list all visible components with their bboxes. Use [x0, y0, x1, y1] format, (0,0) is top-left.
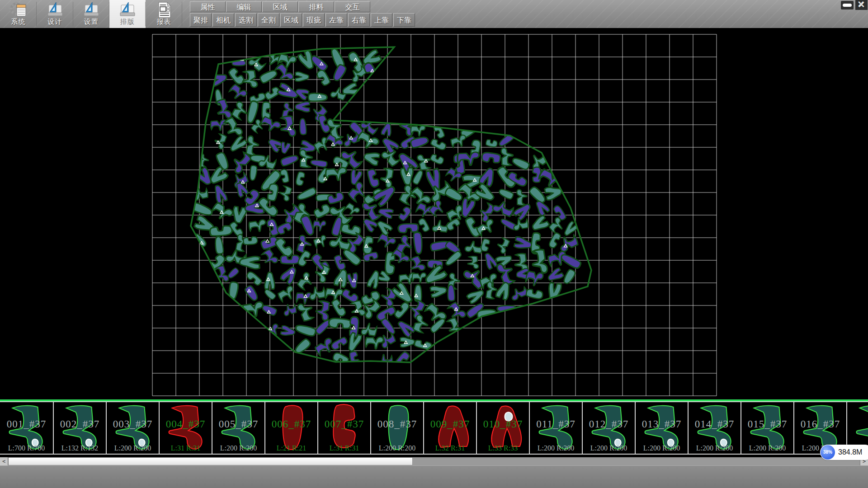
system-gear-icon [9, 1, 28, 19]
part-lr-count: L:33 R:33 [477, 444, 529, 452]
menu-tab-2[interactable]: 编辑 [226, 1, 262, 12]
part-thumbnail-005_#37[interactable]: 005_#37 L:200 R:200 [212, 402, 264, 454]
part-id-label: 015_#37 [741, 418, 793, 430]
action-button-5[interactable]: 区域 [280, 13, 302, 27]
part-thumbnail-004_#37[interactable]: 004_#37 L:31 R:31 [159, 402, 212, 454]
part-thumbnail-012_#37[interactable]: 012_#37 L:200 R:200 [582, 402, 635, 454]
part-id-label: 016_#37 [794, 418, 846, 430]
status-badge: 38% 384.8M [820, 445, 868, 460]
part-id-label: 003_#37 [107, 418, 159, 430]
part-id-label: 010_#37 [477, 418, 529, 430]
parts-thumbnail-strip: 001_#37 L:700 R:700 002_#37 L:132 R:132 … [0, 401, 868, 455]
part-id-label: 004_#37 [160, 418, 212, 430]
part-id-label: 013_#37 [636, 418, 688, 430]
nesting-layout-drawing [0, 28, 868, 399]
main-button-report[interactable]: 报表 [146, 0, 182, 28]
part-lr-count: L:700 R:700 [0, 444, 53, 452]
part-thumbnail-006_#37[interactable]: 006_#37 L:21 R:21 [264, 402, 317, 454]
part-id-label: 012_#37 [583, 418, 635, 430]
close-button[interactable]: ✕ [855, 0, 868, 10]
nesting-ruler-icon [118, 1, 137, 19]
action-button-6[interactable]: 瑕疵 [303, 13, 325, 27]
action-button-3[interactable]: 选割 [235, 13, 257, 27]
action-button-row: 聚排相机选割全割区域瑕疵左靠右靠上靠下靠 [190, 13, 416, 27]
toolbar: 系统 设计 设置 [0, 0, 868, 28]
application-window: 系统 设计 设置 [0, 0, 868, 488]
progress-circle: 38% [821, 445, 835, 460]
main-button-design[interactable]: 设计 [37, 0, 73, 28]
part-thumbnail-014_#37[interactable]: 014_#37 L:200 R:200 [688, 402, 741, 454]
design-ruler-icon [46, 1, 64, 19]
main-button-label: 排版 [109, 18, 146, 26]
menu-tab-3[interactable]: 区域 [262, 1, 298, 12]
main-button-label: 报表 [146, 18, 182, 26]
part-thumbnail-015_#37[interactable]: 015_#37 L:200 R:200 [741, 402, 793, 454]
memory-value: 384.8M [838, 445, 862, 460]
part-lr-count: L:200 R:200 [371, 444, 423, 452]
part-thumbnail-008_#37[interactable]: 008_#37 L:200 R:200 [370, 402, 423, 454]
part-id-label: 009_#37 [424, 418, 476, 430]
part-lr-count: L:31 R:31 [318, 444, 370, 452]
part-id-label: 006_#37 [265, 418, 317, 430]
main-button-label: 设计 [37, 18, 73, 26]
action-button-8[interactable]: 右靠 [348, 13, 370, 27]
menu-tab-row: 属性编辑区域排料交互 [190, 1, 371, 12]
part-id-label: 008_#37 [371, 418, 423, 430]
part-thumbnail-010_#37[interactable]: 010_#37 L:33 R:33 [476, 402, 529, 454]
main-button-system[interactable]: 系统 [0, 0, 37, 28]
part-id-label: 011_#37 [530, 418, 582, 430]
action-button-10[interactable]: 下靠 [393, 13, 415, 27]
settings-ruler-icon [82, 1, 100, 19]
menu-tab-5[interactable]: 交互 [335, 1, 370, 12]
divider [182, 2, 182, 26]
action-button-9[interactable]: 上靠 [371, 13, 392, 27]
main-button-label: 系统 [0, 18, 37, 26]
main-button-label: 设置 [73, 18, 109, 26]
report-icon [155, 1, 173, 19]
main-button-settings[interactable]: 设置 [73, 0, 109, 28]
part-thumbnail-007_#37[interactable]: 007_#37 L:31 R:31 [317, 402, 370, 454]
part-lr-count: L:21 R:21 [265, 444, 317, 452]
main-button-nesting[interactable]: 排版 [109, 0, 146, 28]
part-lr-count: L:200 R:200 [530, 444, 582, 452]
part-lr-count: L:200 R:200 [741, 444, 793, 452]
minimize-icon [843, 4, 852, 7]
scrollbar-thumb[interactable] [8, 457, 413, 465]
horizontal-scrollbar[interactable]: < > [0, 457, 868, 465]
action-button-7[interactable]: 左靠 [326, 13, 347, 27]
menu-tab-4[interactable]: 排料 [298, 1, 334, 12]
part-thumbnail-002_#37[interactable]: 002_#37 L:132 R:132 [53, 402, 106, 454]
part-id-label: 001_#37 [0, 418, 53, 430]
part-thumbnail-003_#37[interactable]: 003_#37 L:200 R:200 [106, 402, 159, 454]
menu-tab-1[interactable]: 属性 [190, 1, 226, 12]
part-id-label: 007_#37 [318, 418, 370, 430]
part-thumbnail-013_#37[interactable]: 013_#37 L:200 R:200 [635, 402, 688, 454]
part-thumbnail-011_#37[interactable]: 011_#37 L:200 R:200 [529, 402, 582, 454]
part-lr-count: L:132 R:132 [54, 444, 106, 452]
part-id-label: 002_#37 [54, 418, 106, 430]
action-button-2[interactable]: 相机 [212, 13, 234, 27]
scroll-left-arrow[interactable]: < [0, 457, 8, 465]
part-lr-count: L:200 R:200 [107, 444, 159, 452]
action-button-1[interactable]: 聚排 [190, 13, 212, 27]
status-bar [0, 465, 868, 488]
part-lr-count: L:200 R:200 [636, 444, 688, 452]
nesting-canvas[interactable] [0, 28, 868, 399]
action-button-4[interactable]: 全割 [258, 13, 279, 27]
part-lr-count: L:200 R:200 [212, 444, 264, 452]
part-id-label: 014_#37 [689, 418, 741, 430]
minimize-button[interactable] [841, 1, 854, 9]
part-thumbnail-001_#37[interactable]: 001_#37 L:700 R:700 [0, 402, 53, 454]
part-lr-count: L:31 R:31 [160, 444, 212, 452]
part-thumbnail-009_#37[interactable]: 009_#37 L:32 R:31 [423, 402, 476, 454]
part-id-label: 005_#37 [212, 418, 264, 430]
part-lr-count: L:200 R:200 [583, 444, 635, 452]
part-lr-count: L:200 R:200 [689, 444, 741, 452]
part-lr-count: L:32 R:31 [424, 444, 476, 452]
